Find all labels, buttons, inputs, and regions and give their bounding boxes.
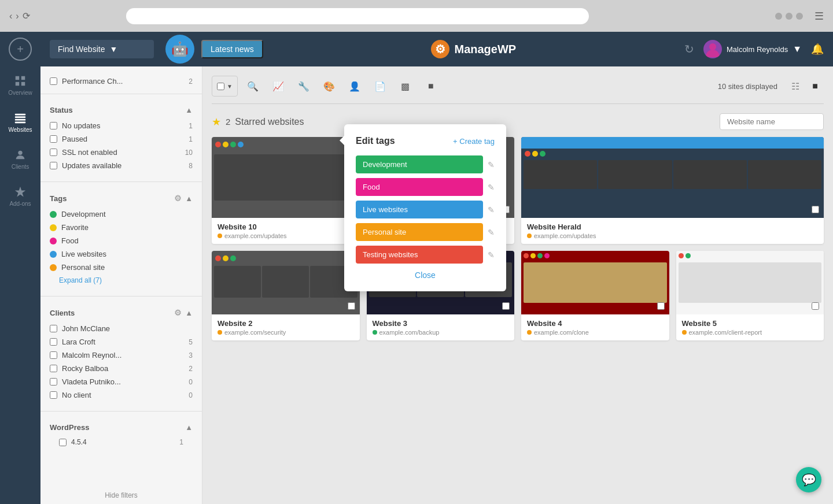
select-dropdown-icon: ▼ [227,83,233,90]
website-card-5[interactable]: Website 5 example.com/client-report [676,251,824,340]
tags-popup: Edit tags + Create tag Development ✎ Foo… [344,124,506,291]
user-menu[interactable]: Malcolm Reynolds ▼ [703,40,802,58]
users-button[interactable]: 👤 [344,76,365,97]
tags-section-header[interactable]: Tags ⚙ ▲ [50,191,193,207]
find-website-dropdown[interactable]: Find Website ▼ [50,40,154,58]
sidebar-item-clients[interactable]: Clients [3,142,38,176]
grid-view-button[interactable]: ■ [806,77,824,95]
tag-row-personal: Personal site ✎ [356,223,495,241]
browser-chrome: ‹ › ⟳ ☰ [0,0,833,32]
pages-button[interactable]: 📄 [370,76,390,97]
hide-filters-button[interactable]: Hide filters [105,491,138,499]
theme-button[interactable]: 🎨 [319,76,340,97]
card-checkbox[interactable] [502,302,510,310]
dot-2 [786,13,793,20]
sidebar-item-overview[interactable]: Overview [3,68,38,102]
status-section-header[interactable]: Status ▲ [50,103,193,119]
browser-dots [775,13,803,20]
tag-button-testing[interactable]: Testing websites [356,246,483,264]
tag-edit-icon[interactable]: ✎ [488,160,495,169]
create-tag-button[interactable]: + Create tag [453,137,495,146]
tags-gear-icon[interactable]: ⚙ [174,194,182,203]
refresh-button[interactable]: ⟳ [23,10,30,21]
svg-rect-2 [16,81,19,85]
filter-client-lara[interactable]: Lara Croft 5 [50,335,193,349]
card-checkbox[interactable] [812,206,819,213]
sidebar-item-addons[interactable]: Add-ons [3,179,38,213]
svg-rect-6 [15,118,25,120]
filter-paused[interactable]: Paused 1 [50,132,193,146]
tags-chevron-icon: ▲ [185,194,193,203]
filter-wp-version[interactable]: 4.5.4 1 [50,436,193,448]
popup-close-button[interactable]: Close [356,270,495,280]
filter-tag-personal[interactable]: Personal site [50,261,193,274]
filter-ssl[interactable]: SSL not enabled 10 [50,146,193,159]
filter-client-none[interactable]: No client 0 [50,388,193,402]
clients-gear-icon[interactable]: ⚙ [174,308,182,317]
filter-client-malcolm[interactable]: Malcolm Reynol... 3 [50,349,193,362]
reports-button[interactable]: ■ [421,76,441,97]
card-checkbox[interactable] [348,302,355,310]
starred-section-header: ★ 2 Starred websites [212,113,824,130]
tag-button-live[interactable]: Live websites [356,201,483,218]
tag-edit-icon[interactable]: ✎ [488,205,495,214]
wordpress-chevron-icon: ▲ [185,423,193,432]
status-chevron-icon: ▲ [185,106,193,114]
forward-button[interactable]: › [16,11,19,21]
analytics-button[interactable]: 📈 [268,76,289,97]
topbar-right: ↻ Malcolm Reynolds ▼ 🔔 [684,40,824,58]
backups-button[interactable]: ▩ [395,76,416,97]
browser-url-bar[interactable] [126,8,589,24]
clients-section-header[interactable]: Clients ⚙ ▲ [50,306,193,322]
tag-edit-icon[interactable]: ✎ [488,183,495,192]
svg-point-9 [709,43,716,50]
back-button[interactable]: ‹ [9,11,12,21]
filter-tag-food[interactable]: Food [50,234,193,247]
chat-bubble-button[interactable]: 💬 [796,467,821,492]
tag-button-development[interactable]: Development [356,155,483,173]
updates-button[interactable]: 🔧 [293,76,314,97]
dot-yellow [223,142,228,147]
refresh-icon[interactable]: ↻ [684,42,694,56]
main-content: Performance Ch... 2 Status ▲ No updates … [40,66,833,504]
notification-bell-icon[interactable]: 🔔 [811,43,824,55]
filter-no-updates[interactable]: No updates 1 [50,119,193,132]
tag-edit-icon[interactable]: ✎ [488,228,495,237]
filter-client-john[interactable]: John McClane [50,322,193,335]
tag-edit-icon[interactable]: ✎ [488,250,495,260]
tag-button-food[interactable]: Food [356,178,483,196]
select-checkbox-button[interactable]: ▼ [212,76,238,97]
filter-updates[interactable]: Updates available 8 [50,159,193,172]
tag-color-dot [50,211,57,218]
website-card-2[interactable]: Website 2 example.com/security [212,251,360,340]
tag-button-personal[interactable]: Personal site [356,223,483,241]
star-icon: ★ [212,116,221,128]
svg-rect-7 [15,121,25,123]
website-card-4[interactable]: Website 4 example.com/clone [521,251,669,340]
card-checkbox[interactable] [657,302,665,310]
filter-tag-favorite[interactable]: Favorite [50,221,193,234]
website-name-input[interactable] [720,113,824,130]
website-card-featured-2[interactable]: Website Herald example.com/updates [521,137,824,244]
filter-tag-development[interactable]: Development [50,207,193,221]
wordpress-section-header[interactable]: WordPress ▲ [50,421,193,436]
filter-tag-live[interactable]: Live websites [50,247,193,261]
list-view-button[interactable]: ☷ [787,77,804,95]
performance-checkbox[interactable] [50,77,57,85]
filter-client-rocky[interactable]: Rocky Balboa 2 [50,362,193,375]
website-grid: Website 10 example.com/updates [212,137,824,340]
add-site-button[interactable]: + [9,38,32,61]
sidebar-item-websites[interactable]: Websites [3,105,38,139]
status-section: Status ▲ No updates 1 Paused 1 [40,99,202,177]
card-footer: Website Herald example.com/updates [521,218,824,244]
expand-all-link[interactable]: Expand all (7) [50,274,193,287]
status-indicator [527,330,532,335]
search-button[interactable]: 🔍 [242,76,263,97]
browser-menu-icon[interactable]: ☰ [814,10,824,23]
dot-3 [796,13,803,20]
user-avatar [703,40,722,58]
latest-news-button[interactable]: Latest news [201,40,263,58]
card-checkbox[interactable] [812,302,819,310]
content-toolbar: ▼ 🔍 📈 🔧 🎨 👤 📄 ▩ ■ 10 sites displayed ☷ ■ [212,76,824,104]
filter-client-vladeta[interactable]: Vladeta Putniko... 0 [50,375,193,388]
